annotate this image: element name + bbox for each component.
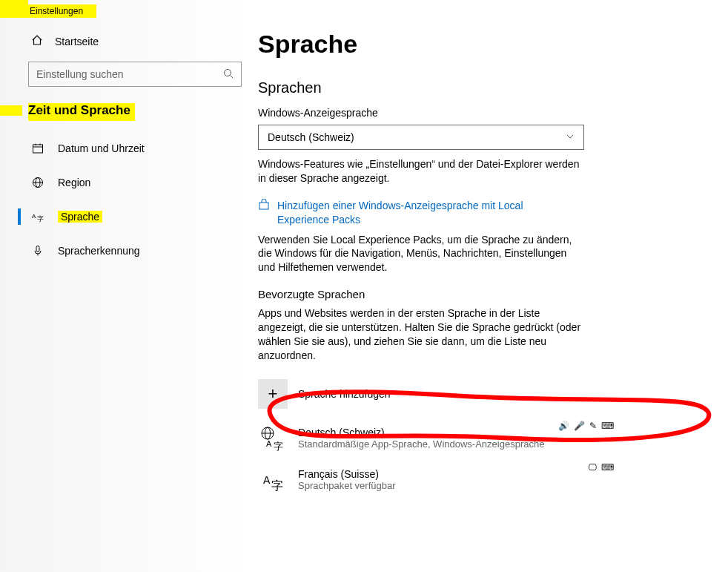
handwriting-icon: ✎ <box>589 421 597 431</box>
sidebar-item-label: Sprache <box>58 211 102 223</box>
page-title: Sprache <box>258 30 698 59</box>
sidebar: Einstellungen Startseite Einstellung suc… <box>0 0 252 572</box>
svg-rect-13 <box>259 203 268 209</box>
sidebar-item-label: Region <box>58 177 90 188</box>
svg-text:A: A <box>32 213 36 220</box>
store-icon <box>258 199 270 213</box>
plus-icon: + <box>258 379 288 409</box>
annotation-highlight <box>0 0 28 12</box>
globe-icon <box>31 177 44 188</box>
sidebar-item-speech[interactable]: Spracherkennung <box>0 234 252 268</box>
language-glyph-icon: A字 <box>258 465 288 495</box>
language-feature-icons: 🖵 ⌨ <box>588 462 614 473</box>
svg-rect-2 <box>33 145 43 153</box>
sidebar-item-region[interactable]: Region <box>0 165 252 200</box>
home-link[interactable]: Startseite <box>0 18 252 62</box>
sidebar-item-language[interactable]: A字 Sprache <box>0 200 252 234</box>
home-icon <box>31 34 43 48</box>
dropdown-value: Deutsch (Schweiz) <box>268 131 354 143</box>
add-language-button[interactable]: + Sprache hinzufügen <box>258 376 614 412</box>
display-language-help: Windows-Features wie „Einstellungen“ und… <box>258 157 584 185</box>
language-name: Deutsch (Schweiz) <box>298 427 544 438</box>
nav-list: Datum und Uhrzeit Region A字 Sprache Spra… <box>0 125 252 268</box>
svg-line-1 <box>231 75 234 78</box>
language-feature-icons: 🔊 🎤 ✎ ⌨ <box>558 421 614 431</box>
sidebar-item-datetime[interactable]: Datum und Uhrzeit <box>0 131 252 165</box>
language-subtext: Standardmäßige App-Sprache, Windows-Anze… <box>298 438 544 450</box>
search-placeholder: Einstellung suchen <box>36 68 124 80</box>
svg-text:A: A <box>266 439 272 448</box>
svg-point-0 <box>225 69 231 76</box>
sidebar-item-label: Datum und Uhrzeit <box>58 142 145 154</box>
home-label: Startseite <box>55 36 99 47</box>
add-language-label: Sprache hinzufügen <box>298 388 391 400</box>
chevron-down-icon <box>566 131 575 143</box>
sidebar-item-label: Spracherkennung <box>58 245 140 257</box>
main-content: Sprache Sprachen Windows-Anzeigesprache … <box>252 0 728 572</box>
keyboard-icon: ⌨ <box>601 462 614 473</box>
language-item-de[interactable]: A字 Deutsch (Schweiz) Standardmäßige App-… <box>258 421 643 458</box>
section-heading: Sprachen <box>258 79 698 96</box>
language-name: Français (Suisse) <box>298 468 396 480</box>
preferred-help: Apps und Websites werden in der ersten S… <box>258 306 584 363</box>
calendar-icon <box>31 142 44 154</box>
mic-icon <box>31 245 44 257</box>
display-icon: 🖵 <box>588 462 597 473</box>
section-title: Zeit und Sprache <box>0 87 252 125</box>
language-glyph-icon: A字 <box>258 424 288 453</box>
display-language-label: Windows-Anzeigesprache <box>258 107 698 119</box>
language-subtext: Sprachpaket verfügbar <box>298 480 396 491</box>
svg-text:A: A <box>263 474 271 486</box>
add-language-store-link[interactable]: Hinzufügen einer Windows-Anzeigesprache … <box>277 199 574 227</box>
speech-icon: 🎤 <box>574 421 585 431</box>
search-input[interactable]: Einstellung suchen <box>28 62 242 87</box>
display-language-dropdown[interactable]: Deutsch (Schweiz) <box>258 125 584 150</box>
svg-text:字: 字 <box>37 215 44 223</box>
svg-text:字: 字 <box>271 479 283 492</box>
search-icon <box>223 68 234 81</box>
language-icon: A字 <box>31 211 44 223</box>
language-item-fr[interactable]: A字 Français (Suisse) Sprachpaket verfügb… <box>258 462 643 499</box>
tts-icon: 🔊 <box>558 421 569 431</box>
keyboard-icon: ⌨ <box>601 421 614 431</box>
svg-rect-11 <box>36 246 39 252</box>
svg-text:字: 字 <box>274 441 283 451</box>
preferred-heading: Bevorzugte Sprachen <box>258 288 698 300</box>
store-link-help: Verwenden Sie Local Experience Packs, um… <box>258 233 584 275</box>
